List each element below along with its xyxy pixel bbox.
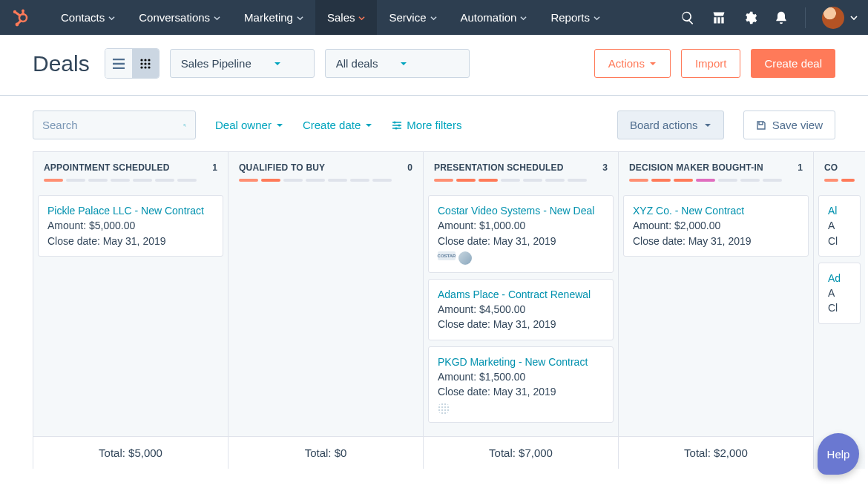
deal-title: Pickle Palace LLC - New Contract [47,203,214,218]
column-body[interactable] [228,188,423,436]
column-header: CO [814,152,865,188]
deal-card[interactable]: XYZ Co. - New ContractAmount: $2,000.00C… [623,195,809,257]
kanban-column: COAlAClAdACl [813,151,865,469]
help-button[interactable]: Help [818,433,859,475]
chevron-down-icon [358,11,365,24]
chevron-down-icon [274,57,281,70]
nav-menu: ContactsConversationsMarketingSalesServi… [49,0,612,35]
column-count: 3 [602,162,608,173]
save-view-button[interactable]: Save view [743,111,835,139]
column-header: PRESENTATION SCHEDULED3 [424,152,618,188]
deal-title: Adams Place - Contract Renewal [438,287,604,302]
deal-close-date: Close date: May 31, 2019 [438,384,604,399]
svg-point-10 [140,62,142,65]
nav-item-marketing[interactable]: Marketing [232,0,315,35]
search-icon[interactable] [680,10,695,25]
deal-close-date: Close date: May 31, 2019 [438,317,604,332]
deal-card[interactable]: AdACl [818,263,861,324]
deal-owner-label: Deal owner [215,119,272,131]
board-view-button[interactable] [132,49,159,78]
import-button[interactable]: Import [681,49,741,78]
top-nav: ContactsConversationsMarketingSalesServi… [0,0,868,35]
account-menu[interactable] [822,7,858,29]
placeholder-avatar-icon [438,403,450,415]
column-title: DECISION MAKER BOUGHT-IN [629,162,763,173]
deal-close-date: Close date: May 31, 2019 [438,234,604,248]
save-view-label: Save view [772,119,823,131]
column-body[interactable]: XYZ Co. - New ContractAmount: $2,000.00C… [619,188,813,436]
deal-owner-filter[interactable]: Deal owner [215,119,283,131]
kanban-column: APPOINTMENT SCHEDULED1Pickle Palace LLC … [33,151,228,469]
deal-card[interactable]: Pickle Palace LLC - New ContractAmount: … [38,195,223,257]
stage-progress [629,179,803,182]
nav-item-conversations[interactable]: Conversations [127,0,232,35]
nav-item-sales[interactable]: Sales [315,0,378,35]
nav-item-label: Marketing [244,11,293,24]
stage-progress [824,179,855,182]
list-view-button[interactable] [105,49,132,78]
sliders-icon [392,120,402,131]
column-total-value: Total: $5,000 [99,446,162,459]
actions-button[interactable]: Actions [594,49,671,78]
marketplace-icon[interactable] [711,10,726,25]
bell-icon[interactable] [774,10,789,25]
column-title: APPOINTMENT SCHEDULED [44,162,170,173]
deal-close-date: Cl [828,300,851,315]
svg-point-9 [148,59,150,61]
gear-icon[interactable] [743,10,757,25]
board-actions-button[interactable]: Board actions [617,111,724,139]
svg-point-13 [140,66,142,68]
nav-item-label: Sales [327,11,355,24]
stage-progress [434,179,608,182]
column-body[interactable]: AlAClAdACl [814,188,865,469]
column-body[interactable]: Pickle Palace LLC - New ContractAmount: … [33,188,228,436]
column-body[interactable]: Costar Video Systems - New DealAmount: $… [424,188,618,436]
chevron-down-icon [594,11,600,24]
deal-card[interactable]: Adams Place - Contract RenewalAmount: $4… [428,279,614,340]
deal-close-date: Cl [828,234,851,248]
stage-progress [239,179,412,182]
pipeline-selected: Sales Pipeline [181,57,251,70]
hubspot-logo-icon[interactable] [10,8,30,27]
deal-amount: Amount: $1,000.00 [438,218,604,233]
chevron-down-icon [850,14,858,22]
help-label: Help [827,448,850,461]
deal-card[interactable]: PKGD Marketing - New ContractAmount: $1,… [428,346,614,423]
chevron-down-icon [704,122,711,129]
svg-point-18 [395,127,398,129]
create-date-label: Create date [303,119,361,131]
column-title: QUALIFIED TO BUY [239,162,325,173]
page-header: Deals Sales Pipeline All deals Actions I… [0,35,868,96]
nav-item-contacts[interactable]: Contacts [49,0,127,35]
filter-selected: All deals [336,57,378,70]
nav-item-reports[interactable]: Reports [539,0,612,35]
svg-point-7 [140,59,142,61]
chevron-down-icon [520,11,527,24]
deal-card[interactable]: Costar Video Systems - New DealAmount: $… [428,195,614,273]
nav-item-label: Service [389,11,426,24]
column-total-value: Total: $7,000 [489,446,553,459]
divider [805,7,806,28]
column-count: 1 [212,162,217,173]
create-date-filter[interactable]: Create date [303,119,372,131]
deal-amount: Amount: $2,000.00 [633,218,799,233]
more-filters-button[interactable]: More filters [392,119,461,131]
user-avatar [822,7,844,29]
svg-point-14 [144,66,146,68]
pipeline-dropdown[interactable]: Sales Pipeline [170,49,315,78]
nav-item-service[interactable]: Service [377,0,448,35]
nav-item-automation[interactable]: Automation [449,0,539,35]
search-box[interactable] [33,111,196,139]
deals-filter-dropdown[interactable]: All deals [325,49,470,78]
column-total: Total: $2,000 [619,436,813,469]
search-input[interactable] [42,119,183,131]
column-total-value: Total: $0 [305,446,347,459]
column-count: 1 [798,162,803,173]
nav-item-label: Contacts [61,11,105,24]
create-deal-button[interactable]: Create deal [751,49,835,78]
import-label: Import [695,57,727,70]
deal-avatars [438,403,604,415]
deal-card[interactable]: AlACl [818,195,861,257]
deal-title: Ad [828,271,851,286]
chevron-down-icon [297,11,303,24]
